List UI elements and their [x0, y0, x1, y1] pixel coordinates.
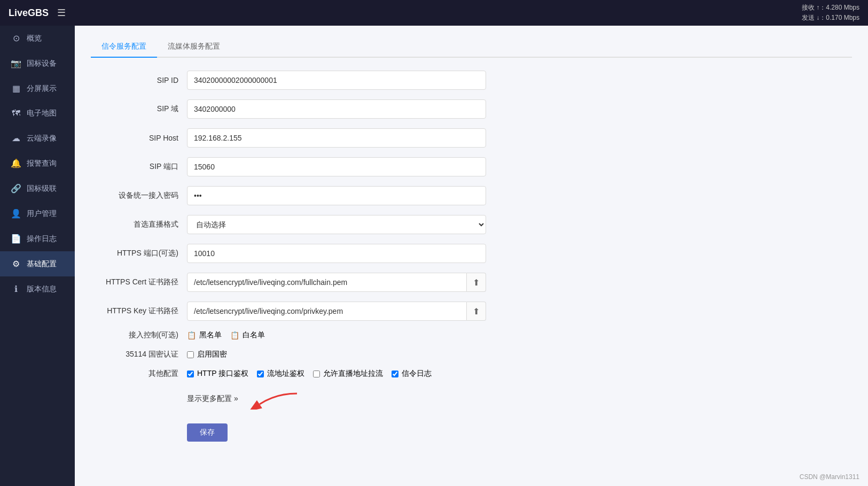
sidebar-item-cascade[interactable]: 🔗国标级联 — [0, 176, 75, 201]
input-device-password[interactable] — [187, 186, 486, 205]
signal-log-item[interactable]: 信令日志 — [392, 369, 432, 379]
input-sip-port[interactable] — [187, 157, 486, 176]
sidebar-icon-alarm: 🔔 — [11, 158, 21, 168]
sidebar: ⊙概览📷国标设备▦分屏展示🗺电子地图☁云端录像🔔报警查询🔗国标级联👤用户管理📄操… — [0, 26, 75, 486]
http-auth-item[interactable]: HTTP 接口鉴权 — [187, 369, 248, 379]
form-row-https-cert: HTTPS Cert 证书路径 ⬆ — [91, 273, 572, 292]
sidebar-item-map[interactable]: 🗺电子地图 — [0, 101, 75, 126]
menu-icon[interactable]: ☰ — [57, 7, 66, 19]
enable-encryption-item[interactable]: 启用国密 — [187, 350, 227, 359]
form-row-access-control: 接入控制(可选) 📋 黑名单 📋 白名单 — [91, 330, 572, 340]
form-row-sip-port: SIP 端口 — [91, 157, 572, 176]
label-sip-port: SIP 端口 — [91, 162, 187, 172]
show-more-container: 显示更多配置 » — [187, 388, 308, 410]
sidebar-label-users: 用户管理 — [27, 209, 57, 219]
stream-auth-label: 流地址鉴权 — [267, 369, 304, 379]
enable-encryption-label: 启用国密 — [197, 350, 227, 359]
access-control-group: 📋 黑名单 📋 白名单 — [187, 330, 265, 340]
label-sip-host: SIP Host — [91, 134, 187, 142]
form-row-other-config: 其他配置 HTTP 接口鉴权 流地址鉴权 允许直播地址拉流 — [91, 369, 572, 379]
sidebar-icon-cloudrecord: ☁ — [11, 133, 21, 143]
label-https-cert: HTTPS Cert 证书路径 — [91, 277, 187, 287]
input-https-cert[interactable] — [187, 273, 467, 292]
blacklist-icon: 📋 — [187, 331, 196, 340]
sidebar-item-cameras[interactable]: 📷国标设备 — [0, 51, 75, 76]
http-auth-label: HTTP 接口鉴权 — [197, 369, 248, 379]
signal-log-checkbox[interactable] — [392, 371, 398, 377]
http-auth-checkbox[interactable] — [187, 371, 194, 377]
https-key-upload-button[interactable]: ⬆ — [467, 302, 486, 321]
sidebar-label-cascade: 国标级联 — [27, 184, 57, 194]
form-row-sip-host: SIP Host — [91, 128, 572, 148]
sidebar-label-splitview: 分屏展示 — [27, 84, 57, 94]
label-stream-format: 首选直播格式 — [91, 220, 187, 229]
sidebar-label-alarm: 报警查询 — [27, 159, 57, 168]
sidebar-label-cameras: 国标设备 — [27, 59, 57, 68]
stream-auth-item[interactable]: 流地址鉴权 — [257, 369, 304, 379]
sidebar-label-cloudrecord: 云端录像 — [27, 134, 57, 143]
select-stream-format[interactable]: 自动选择 HTTP-FLV HLS WebRTC — [187, 215, 486, 234]
tabs: 信令服务配置流媒体服务配置 — [91, 36, 852, 58]
label-device-password: 设备统一接入密码 — [91, 191, 187, 200]
allow-pull-label: 允许直播地址拉流 — [323, 369, 383, 379]
other-config-group: HTTP 接口鉴权 流地址鉴权 允许直播地址拉流 信令日志 — [187, 369, 432, 379]
layout: ⊙概览📷国标设备▦分屏展示🗺电子地图☁云端录像🔔报警查询🔗国标级联👤用户管理📄操… — [0, 26, 868, 486]
blacklist-item[interactable]: 📋 黑名单 — [187, 330, 222, 340]
form-row-encryption: 35114 国密认证 启用国密 — [91, 350, 572, 359]
tab-media[interactable]: 流媒体服务配置 — [157, 36, 231, 58]
show-more-link[interactable]: 显示更多配置 » — [187, 394, 238, 404]
tab-signal[interactable]: 信令服务配置 — [91, 36, 157, 58]
topbar: LiveGBS ☰ 接收 ↑：4.280 Mbps 发送 ↓：0.170 Mbp… — [0, 0, 868, 26]
allow-pull-item[interactable]: 允许直播地址拉流 — [313, 369, 383, 379]
sidebar-item-overview[interactable]: ⊙概览 — [0, 26, 75, 51]
sidebar-item-users[interactable]: 👤用户管理 — [0, 201, 75, 226]
label-access-control: 接入控制(可选) — [91, 330, 187, 340]
form-row-show-more: 显示更多配置 » — [91, 388, 572, 410]
sidebar-item-cloudrecord[interactable]: ☁云端录像 — [0, 126, 75, 151]
sidebar-icon-cascade: 🔗 — [11, 183, 21, 194]
input-sip-domain[interactable] — [187, 99, 486, 119]
whitelist-icon: 📋 — [230, 331, 239, 340]
sidebar-icon-config: ⚙ — [11, 259, 21, 269]
whitelist-item[interactable]: 📋 白名单 — [230, 330, 265, 340]
sidebar-label-oplog: 操作日志 — [27, 234, 57, 244]
label-encryption: 35114 国密认证 — [91, 350, 187, 359]
sidebar-item-config[interactable]: ⚙基础配置 — [0, 251, 75, 276]
stream-auth-checkbox[interactable] — [257, 371, 264, 377]
main-content: 信令服务配置流媒体服务配置 SIP ID SIP 域 SIP Host SIP … — [75, 26, 868, 486]
input-https-key[interactable] — [187, 302, 467, 321]
sidebar-icon-cameras: 📷 — [11, 58, 21, 68]
sidebar-item-alarm[interactable]: 🔔报警查询 — [0, 151, 75, 176]
label-sip-domain: SIP 域 — [91, 104, 187, 114]
sidebar-label-version: 版本信息 — [27, 284, 57, 294]
app-logo: LiveGBS — [9, 7, 49, 19]
topbar-stats: 接收 ↑：4.280 Mbps 发送 ↓：0.170 Mbps — [802, 3, 859, 23]
allow-pull-checkbox[interactable] — [313, 371, 320, 377]
config-form: SIP ID SIP 域 SIP Host SIP 端口 设备统一接入密码 — [91, 71, 572, 442]
https-cert-upload-button[interactable]: ⬆ — [467, 273, 486, 292]
sidebar-icon-oplog: 📄 — [11, 234, 21, 244]
sidebar-item-version[interactable]: ℹ版本信息 — [0, 276, 75, 302]
show-more-text: 显示更多配置 » — [187, 394, 238, 404]
input-sip-host[interactable] — [187, 128, 486, 148]
blacklist-label: 黑名单 — [199, 330, 222, 340]
https-key-field-group: ⬆ — [187, 302, 486, 321]
sidebar-item-oplog[interactable]: 📄操作日志 — [0, 226, 75, 251]
recv-stat: 接收 ↑：4.280 Mbps — [802, 3, 859, 13]
enable-encryption-checkbox[interactable] — [187, 351, 194, 358]
sidebar-label-map: 电子地图 — [27, 109, 57, 118]
sidebar-icon-version: ℹ — [11, 284, 21, 294]
form-row-device-password: 设备统一接入密码 — [91, 186, 572, 205]
sidebar-icon-overview: ⊙ — [11, 33, 21, 43]
input-sip-id[interactable] — [187, 71, 486, 90]
whitelist-label: 白名单 — [243, 330, 265, 340]
save-button[interactable]: 保存 — [187, 423, 228, 442]
sidebar-item-splitview[interactable]: ▦分屏展示 — [0, 76, 75, 101]
sidebar-icon-users: 👤 — [11, 209, 21, 219]
input-https-port[interactable] — [187, 244, 486, 263]
watermark: CSDN @Marvin1311 — [800, 473, 859, 481]
sidebar-label-overview: 概览 — [27, 34, 42, 43]
form-row-save: 保存 — [91, 419, 572, 442]
form-row-sip-id: SIP ID — [91, 71, 572, 90]
form-row-stream-format: 首选直播格式 自动选择 HTTP-FLV HLS WebRTC — [91, 215, 572, 234]
